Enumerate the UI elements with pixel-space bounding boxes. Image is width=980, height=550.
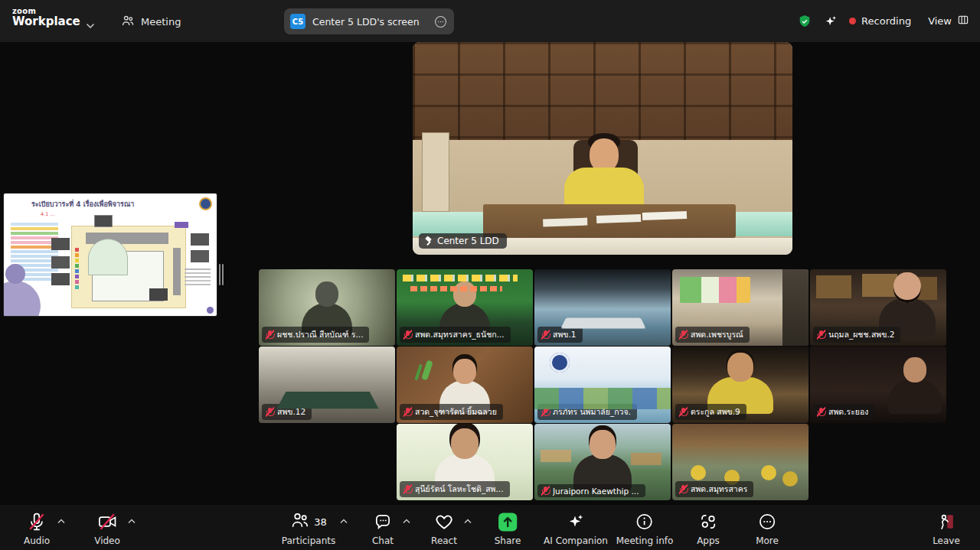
participant-name-tag: สพด.สมุทรสาคร_ธนัชก... bbox=[400, 327, 511, 343]
recording-indicator: Recording bbox=[849, 15, 911, 27]
topbar-right-cluster: Recording View bbox=[797, 0, 969, 42]
tab-shared-screen[interactable]: C5 Center 5 LDD's screen bbox=[284, 8, 454, 34]
participant-tile[interactable]: ภรภัทร นพมาลัย_กวจ. bbox=[534, 347, 671, 423]
slide-decor-circle-small bbox=[5, 264, 25, 284]
audio-button[interactable]: Audio bbox=[24, 510, 50, 546]
participant-name-tag: ภรภัทร นพมาลัย_กวจ. bbox=[537, 404, 637, 420]
react-button[interactable]: React bbox=[431, 510, 457, 546]
share-button[interactable]: Share bbox=[495, 510, 521, 546]
slide-legend-list bbox=[11, 223, 58, 226]
mic-muted-icon bbox=[27, 510, 47, 533]
participant-name-tag: ผชช.ปราณี สีหบัณฑ์ ร... bbox=[262, 327, 369, 343]
participant-name-tag: Juraiporn Kaewthip ... bbox=[537, 484, 645, 497]
security-shield-icon[interactable] bbox=[797, 14, 812, 29]
sparkle-icon bbox=[566, 510, 586, 533]
panel-resize-handle[interactable] bbox=[219, 264, 225, 285]
participant-tile[interactable]: Juraiporn Kaewthip ... bbox=[534, 424, 671, 500]
main-speaker-video[interactable]: Center 5 LDD bbox=[413, 42, 792, 255]
participant-name-tag: สพด.ระยอง bbox=[813, 404, 874, 420]
participant-name-tag: ตระกูล สพข.9 bbox=[675, 404, 746, 420]
participant-tile[interactable]: สพข.12 bbox=[259, 347, 395, 423]
ai-companion-sparkle-icon[interactable] bbox=[823, 14, 838, 29]
slide-page-badge bbox=[207, 307, 214, 314]
participant-name-tag: นฤมล_ผชช.สพข.2 bbox=[813, 327, 900, 343]
screen-share-tab-label: Center 5 LDD's screen bbox=[312, 16, 426, 28]
audio-options-chevron[interactable] bbox=[57, 519, 65, 524]
video-button[interactable]: Video bbox=[94, 510, 120, 546]
slide-photos bbox=[94, 215, 113, 227]
more-button[interactable]: More bbox=[756, 510, 779, 546]
shared-screen-thumbnail[interactable]: ระเบียบวาระที่ 4 เรื่องเพื่อพิจารณา 4.1 … bbox=[4, 194, 217, 316]
muted-mic-icon bbox=[817, 330, 825, 340]
participant-tile[interactable]: สพด.เพชรบูรณ์ bbox=[672, 269, 808, 346]
muted-mic-icon bbox=[266, 330, 274, 340]
participant-tile[interactable]: สุนีย์รัตน์ โลหะโชติ_สพ... bbox=[397, 424, 533, 500]
participants-icon bbox=[290, 510, 310, 533]
speaker-name-tag: Center 5 LDD bbox=[419, 233, 507, 249]
participant-name-tag: สพข.12 bbox=[262, 404, 312, 420]
wood-panel-wall bbox=[413, 42, 792, 140]
muted-mic-icon bbox=[403, 330, 412, 340]
floor-plan-right-column bbox=[173, 248, 181, 295]
video-options-chevron[interactable] bbox=[128, 519, 136, 524]
muted-mic-icon bbox=[679, 330, 688, 340]
recording-dot bbox=[849, 18, 856, 24]
speaker-shirt bbox=[564, 168, 644, 209]
participants-count: 38 bbox=[314, 516, 327, 528]
ai-companion-button[interactable]: AI Companion bbox=[544, 510, 608, 546]
participant-tile[interactable]: สวด_จุฑารัตน์ ยิ้มฉลวย bbox=[397, 347, 533, 423]
workspace-chevron-down-icon[interactable] bbox=[86, 18, 95, 32]
share-screen-icon bbox=[496, 510, 518, 533]
tab-meeting[interactable]: Meeting bbox=[115, 11, 187, 32]
muted-mic-icon bbox=[541, 407, 550, 417]
muted-mic-icon bbox=[403, 407, 412, 417]
people-icon bbox=[121, 14, 135, 30]
top-bar: zoom Workplace Meeting C5 Center 5 LDD's… bbox=[0, 0, 980, 42]
participants-options-chevron[interactable] bbox=[340, 519, 348, 524]
slide-text-lines bbox=[185, 268, 211, 270]
slide-decor-circle-large bbox=[4, 281, 41, 316]
speaker-name: Center 5 LDD bbox=[437, 236, 499, 246]
participant-name-tag: สุนีย์รัตน์ โลหะโชติ_สพ... bbox=[400, 481, 510, 497]
chat-options-chevron[interactable] bbox=[403, 519, 410, 524]
meeting-toolbar: Audio Video bbox=[0, 505, 980, 550]
slide-logo-badge bbox=[199, 197, 212, 210]
participant-tile[interactable]: นฤมล_ผชช.สพข.2 bbox=[810, 269, 946, 346]
muted-mic-icon bbox=[403, 484, 412, 494]
participant-name-tag: สพด.สมุทรสาคร bbox=[675, 481, 753, 497]
participant-name-tag: สพด.เพชรบูรณ์ bbox=[675, 327, 750, 343]
tab-options-ellipsis-icon[interactable] bbox=[433, 15, 448, 29]
meeting-tab-label: Meeting bbox=[141, 16, 181, 28]
muted-mic-icon bbox=[817, 407, 825, 417]
participant-tile[interactable]: ผชช.ปราณี สีหบัณฑ์ ร... bbox=[259, 269, 395, 346]
pin-icon bbox=[423, 236, 433, 246]
floor-plan-purple-tag bbox=[175, 222, 188, 228]
participant-name-tag: สวด_จุฑารัตน์ ยิ้มฉลวย bbox=[400, 404, 503, 420]
floor-plan-arch bbox=[88, 239, 128, 275]
room-door bbox=[422, 132, 449, 212]
apps-button[interactable]: Apps bbox=[697, 510, 720, 546]
muted-mic-icon bbox=[679, 407, 688, 417]
muted-mic-icon bbox=[266, 407, 274, 417]
slide-title: ระเบียบวาระที่ 4 เรื่องเพื่อพิจารณา bbox=[31, 199, 134, 210]
desk-papers bbox=[642, 211, 687, 220]
camera-off-icon bbox=[97, 510, 117, 533]
participant-tile[interactable]: สพข.1 bbox=[534, 269, 671, 346]
participant-tile[interactable]: สพด.สมุทรสาคร bbox=[672, 424, 808, 500]
view-button[interactable]: View bbox=[928, 14, 969, 28]
participant-tile[interactable]: สพด.ระยอง bbox=[810, 347, 946, 423]
leave-button[interactable]: Leave bbox=[933, 510, 960, 546]
muted-mic-icon bbox=[541, 330, 550, 340]
view-grid-icon bbox=[957, 14, 969, 28]
participant-tile[interactable]: สพด.สมุทรสาคร_ธนัชก... bbox=[397, 269, 533, 346]
info-icon bbox=[635, 510, 655, 533]
leave-door-icon bbox=[936, 510, 956, 533]
meeting-stage: Center 5 LDD ระเบียบวาระที่ 4 เรื่องเพื่… bbox=[0, 42, 980, 505]
meeting-info-button[interactable]: Meeting info bbox=[616, 510, 674, 546]
heart-icon bbox=[434, 510, 454, 533]
zoom-meeting-window: zoom Workplace Meeting C5 Center 5 LDD's… bbox=[0, 0, 980, 550]
participants-button[interactable]: 38 Participants bbox=[282, 510, 336, 546]
participant-tile[interactable]: ตระกูล สพข.9 bbox=[672, 347, 808, 423]
react-options-chevron[interactable] bbox=[464, 519, 472, 524]
chat-button[interactable]: Chat bbox=[372, 510, 394, 546]
